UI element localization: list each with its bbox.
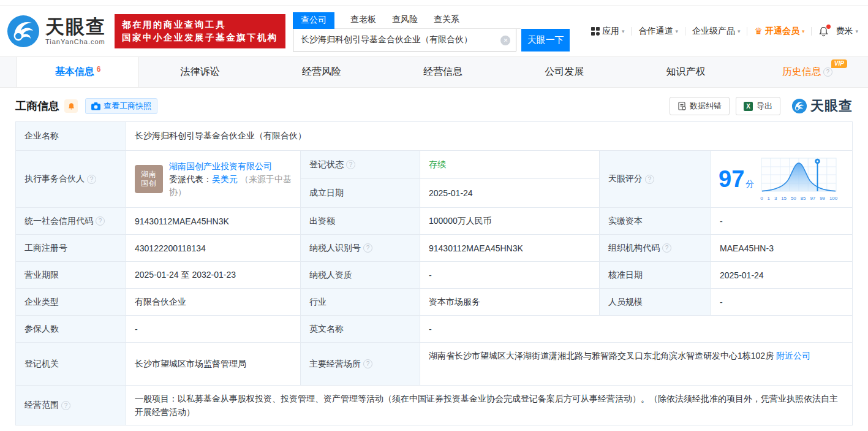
tab-basic-count: 6 xyxy=(97,65,101,74)
nav-vip[interactable]: ♛ 开通会员 ▾ xyxy=(754,26,804,37)
rep-label: 委派代表： xyxy=(169,174,212,184)
search-tab-boss[interactable]: 查老板 xyxy=(350,12,376,28)
tab-history-info[interactable]: VIP 历史信息 ? xyxy=(747,57,868,87)
tab-basic-info[interactable]: 基本信息 6 xyxy=(17,57,139,87)
apps-grid-icon xyxy=(591,27,600,36)
score-axis-ticks: 01 315 5085 9799 100 xyxy=(760,196,837,201)
nearby-companies-link[interactable]: 附近公司 xyxy=(776,351,810,360)
field-value-reg-authority: 长沙市望城区市场监督管理局 xyxy=(126,343,301,386)
score-distribution-chart: 01 315 5085 9799 100 xyxy=(760,157,837,201)
field-label-taxpayer-quality: 纳税人资质 xyxy=(301,262,420,289)
help-icon[interactable]: ? xyxy=(363,359,372,368)
field-value-staff-size: - xyxy=(711,289,853,316)
nav-enterprise[interactable]: 企业级产品 ▾ xyxy=(692,26,741,37)
field-label-executive-partner: 执行事务合伙人? xyxy=(16,151,126,208)
field-label-business-term: 营业期限 xyxy=(16,262,126,289)
partner-company-link[interactable]: 湖南国创产业投资有限公司 xyxy=(169,161,272,171)
field-label-paid-capital: 实缴资本 xyxy=(600,208,711,235)
field-label-establish-date: 成立日期 xyxy=(301,179,420,208)
business-snapshot-button[interactable]: 查看工商快照 xyxy=(85,98,157,114)
data-correction-button[interactable]: 数据纠错 xyxy=(670,97,730,115)
chevron-down-icon: ▾ xyxy=(738,28,741,34)
section-header: 工商信息 查看工商快照 数据纠错 X 导出 xyxy=(15,97,853,115)
tab-intellectual-property-label: 知识产权 xyxy=(666,66,706,78)
help-icon[interactable]: ? xyxy=(96,216,105,226)
help-icon[interactable]: ? xyxy=(363,243,372,253)
watermark-logo: 天眼查 xyxy=(791,97,853,115)
field-label-staff-size: 人员规模 xyxy=(600,289,711,316)
search-tab-risk[interactable]: 查风险 xyxy=(392,12,418,28)
export-button[interactable]: X 导出 xyxy=(736,97,780,115)
field-value-reg-number: 430122200118134 xyxy=(126,235,301,262)
notification-badge xyxy=(826,25,831,29)
tab-operating-info[interactable]: 经营信息 xyxy=(382,57,504,87)
bell-icon xyxy=(67,102,75,110)
notification-bell[interactable] xyxy=(818,26,829,37)
tab-history-info-label: 历史信息 xyxy=(782,66,821,78)
tianyancha-swirl-icon xyxy=(6,14,40,48)
help-icon[interactable]: ? xyxy=(823,67,832,77)
field-label-tyc-score: 天眼评分? xyxy=(600,151,711,208)
business-info-table: 企业名称 长沙海归科创引导基金合伙企业（有限合伙） 执行事务合伙人? 湖南国创 … xyxy=(15,121,853,425)
rep-name-link[interactable]: 吴美元 xyxy=(212,174,238,184)
field-label-industry: 行业 xyxy=(301,289,420,316)
field-value-taxpayer-id: 91430112MAEA45HN3K xyxy=(420,235,600,262)
site-logo[interactable]: 天眼查 TianYanCha.com xyxy=(6,14,106,48)
clear-icon[interactable]: ✕ xyxy=(500,36,510,45)
help-icon[interactable]: ? xyxy=(645,175,654,184)
field-label-business-scope: 经营范围? xyxy=(16,386,126,425)
address-text: 湖南省长沙市望城区大泽湖街道潇湘北路与雅智路交叉口东北角滨水智造研发中心1栋10… xyxy=(429,351,774,360)
company-tab-bar: 基本信息 6 法律诉讼 经营风险 经营信息 公司发展 知识产权 VIP 历史信息… xyxy=(0,56,868,88)
search-input[interactable] xyxy=(293,29,516,51)
score-curve-svg xyxy=(760,157,837,195)
field-label-taxpayer-id: 纳税人识别号? xyxy=(301,235,420,262)
tab-legal[interactable]: 法律诉讼 xyxy=(139,57,260,87)
field-label-english-name: 英文名称 xyxy=(301,316,420,343)
promo-line1: 都在用的商业查询工具 xyxy=(122,18,278,31)
nav-apps-label: 应用 xyxy=(602,26,619,37)
follow-bell-button[interactable] xyxy=(64,99,78,113)
section-title: 工商信息 xyxy=(15,99,59,113)
top-divider xyxy=(0,0,868,6)
chevron-down-icon: ▾ xyxy=(855,28,858,34)
tab-operating-risk[interactable]: 经营风险 xyxy=(261,57,382,87)
field-value-business-term: 2025-01-24 至 2032-01-23 xyxy=(126,262,301,289)
partner-avatar[interactable]: 湖南国创 xyxy=(135,165,163,193)
logo-domain: TianYanCha.com xyxy=(45,39,106,45)
field-label-org-code: 组织机构代码? xyxy=(600,235,711,262)
watermark-text: 天眼查 xyxy=(810,97,853,115)
field-value-approval-date: 2025-01-24 xyxy=(711,262,853,289)
chevron-down-icon: ▾ xyxy=(675,28,678,34)
field-label-company-type: 企业类型 xyxy=(16,289,126,316)
nav-channel[interactable]: 合作通道 ▾ xyxy=(638,26,678,37)
field-label-company-name: 企业名称 xyxy=(16,122,126,151)
chevron-down-icon: ▾ xyxy=(802,28,805,34)
field-label-business-address: 主要经营场所? xyxy=(301,343,420,386)
excel-icon: X xyxy=(744,102,753,111)
export-label: 导出 xyxy=(757,101,772,112)
field-value-business-scope: 一般项目：以私募基金从事股权投资、投资管理、资产管理等活动（须在中国证券投资基金… xyxy=(126,386,853,425)
field-label-reg-number: 工商注册号 xyxy=(16,235,126,262)
help-icon[interactable]: ? xyxy=(61,401,70,410)
search-tabs: 查公司 查老板 查风险 查关系 xyxy=(293,12,521,29)
nav-user[interactable]: 费米 ▾ xyxy=(836,26,858,37)
field-value-paid-capital: - xyxy=(711,208,853,235)
data-correction-label: 数据纠错 xyxy=(690,101,722,112)
crown-icon: ♛ xyxy=(754,26,762,37)
tab-company-development[interactable]: 公司发展 xyxy=(504,57,625,87)
chevron-down-icon: ▾ xyxy=(622,28,625,34)
help-icon[interactable]: ? xyxy=(346,160,355,169)
nav-apps[interactable]: 应用 ▾ xyxy=(591,26,625,37)
field-value-tyc-score[interactable]: 97 分 xyxy=(711,151,853,208)
tab-intellectual-property[interactable]: 知识产权 xyxy=(625,57,746,87)
search-tab-company[interactable]: 查公司 xyxy=(293,12,334,29)
help-icon[interactable]: ? xyxy=(87,175,96,184)
help-icon[interactable]: ? xyxy=(662,243,671,253)
tab-company-development-label: 公司发展 xyxy=(545,66,584,78)
field-value-credit-code: 91430112MAEA45HN3K xyxy=(126,208,301,235)
site-header: 天眼查 TianYanCha.com 都在用的商业查询工具 国家中小企业发展子基… xyxy=(0,6,868,56)
search-button[interactable]: 天眼一下 xyxy=(521,29,570,51)
search-tab-relation[interactable]: 查关系 xyxy=(434,12,459,28)
field-value-establish-date: 2025-01-24 xyxy=(420,179,600,208)
nav-divider xyxy=(811,27,812,36)
